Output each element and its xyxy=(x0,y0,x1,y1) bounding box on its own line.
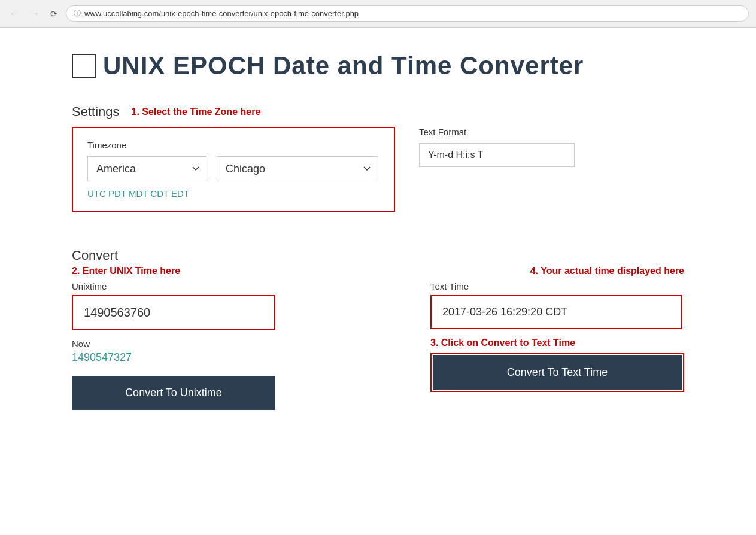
refresh-button[interactable]: ⟳ xyxy=(48,8,60,20)
now-label: Now xyxy=(72,339,281,349)
right-column: 4. Your actual time displayed here Text … xyxy=(430,266,684,392)
convert-to-unixtime-button[interactable]: Convert To Unixtime xyxy=(72,376,275,410)
tz-link-edt[interactable]: EDT xyxy=(171,189,189,199)
unix-input[interactable] xyxy=(74,297,273,328)
timezone-city-select[interactable]: Chicago New_York Los_Angeles Denver Phoe… xyxy=(217,156,378,181)
timezone-region-select[interactable]: UTC America Europe Asia Pacific Atlantic xyxy=(87,156,207,181)
actual-time-instruction: 4. Your actual time displayed here xyxy=(530,266,684,276)
page-content: UNIX EPOCH Date and Time Converter Setti… xyxy=(0,28,756,434)
back-button[interactable]: ← xyxy=(7,7,22,20)
now-value: 1490547327 xyxy=(72,351,281,364)
settings-header: Settings 1. Select the Time Zone here xyxy=(72,104,684,120)
convert-to-text-time-button[interactable]: Convert To Text Time xyxy=(433,355,682,390)
tz-link-utc[interactable]: UTC xyxy=(87,189,106,199)
timezone-label: Timezone xyxy=(87,140,379,150)
url-text: www.uccollabing.com/unix-epoch-time-conv… xyxy=(84,9,359,18)
text-format-label: Text Format xyxy=(419,127,575,137)
left-column: 2. Enter UNIX Time here Unixtime Now 149… xyxy=(72,266,281,410)
tz-link-pdt[interactable]: PDT xyxy=(108,189,126,199)
convert-label: Convert xyxy=(72,248,684,263)
convert-section: Convert 2. Enter UNIX Time here Unixtime… xyxy=(72,248,684,410)
unixtime-label: Unixtime xyxy=(72,281,281,291)
convert-text-button-box: Convert To Text Time xyxy=(430,353,684,392)
browser-chrome: ← → ⟳ ⓘ www.uccollabing.com/unix-epoch-t… xyxy=(0,0,756,28)
forward-button[interactable]: → xyxy=(28,7,42,20)
tz-link-mdt[interactable]: MDT xyxy=(129,189,148,199)
lock-icon: ⓘ xyxy=(74,8,81,19)
timezone-links: UTC PDT MDT CDT EDT xyxy=(87,189,379,199)
selects-row: UTC America Europe Asia Pacific Atlantic… xyxy=(87,156,379,181)
text-format-input[interactable] xyxy=(419,143,575,167)
page-title: UNIX EPOCH Date and Time Converter xyxy=(103,51,584,80)
text-time-box xyxy=(430,295,682,329)
text-time-label: Text Time xyxy=(430,281,469,291)
title-icon xyxy=(72,54,96,78)
settings-box: Timezone UTC America Europe Asia Pacific… xyxy=(72,127,395,212)
unix-input-box xyxy=(72,295,275,330)
enter-instruction: 2. Enter UNIX Time here xyxy=(72,266,281,276)
click-instruction: 3. Click on Convert to Text Time xyxy=(430,338,575,348)
text-format-section: Text Format xyxy=(419,127,575,167)
convert-main-row: 2. Enter UNIX Time here Unixtime Now 149… xyxy=(72,266,684,410)
settings-row: Timezone UTC America Europe Asia Pacific… xyxy=(72,127,684,230)
settings-label: Settings xyxy=(72,104,120,120)
title-row: UNIX EPOCH Date and Time Converter xyxy=(72,51,684,80)
timezone-instruction: 1. Select the Time Zone here xyxy=(132,107,261,117)
address-bar[interactable]: ⓘ www.uccollabing.com/unix-epoch-time-co… xyxy=(66,5,749,22)
tz-link-cdt[interactable]: CDT xyxy=(150,189,169,199)
text-time-input[interactable] xyxy=(433,297,679,327)
